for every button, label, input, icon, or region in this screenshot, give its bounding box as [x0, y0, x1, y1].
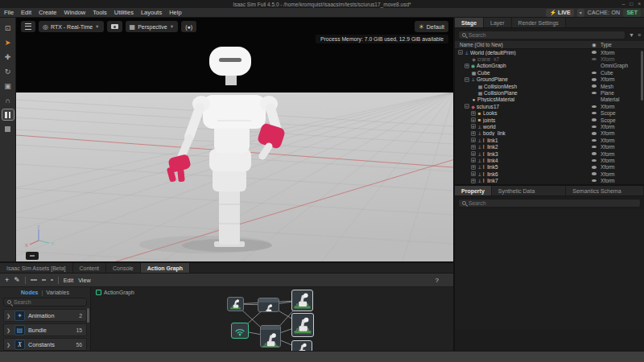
property-search-box[interactable]	[458, 199, 641, 208]
menu-window[interactable]: Window	[64, 9, 86, 16]
layout-icon[interactable]	[51, 279, 53, 281]
graph-node-b-robot-arm[interactable]	[258, 298, 279, 312]
stage-search-box[interactable]	[458, 31, 625, 39]
close-button[interactable]: ×	[638, 0, 641, 8]
stage-row-crane-x7[interactable]: ◆crane_x7Xform	[455, 56, 644, 62]
node-search-input[interactable]	[14, 299, 85, 305]
menu-create[interactable]: Create	[39, 9, 57, 16]
action-graph-canvas[interactable]: ActionGraph	[91, 287, 453, 351]
stage-row-l-link5[interactable]: +⊥l_link5Xform	[455, 164, 644, 171]
minimize-button[interactable]: –	[622, 0, 625, 8]
visibility-eye-icon[interactable]	[588, 159, 601, 162]
options-icon[interactable]: ≡	[638, 32, 641, 38]
property-search-input[interactable]	[469, 200, 637, 206]
node-search-box[interactable]	[3, 298, 87, 306]
camera-settings-button[interactable]	[107, 21, 122, 32]
layout-icon[interactable]	[42, 279, 46, 281]
graph-node-f-robot-arm[interactable]	[260, 325, 281, 348]
stage-row-cube[interactable]: ▦CubeCube	[455, 69, 644, 76]
visibility-eye-icon[interactable]	[588, 51, 601, 54]
stage-row-l-link4[interactable]: +⊥l_link4Xform	[455, 157, 644, 163]
visibility-eye-icon[interactable]	[588, 179, 601, 183]
menu-utilities[interactable]: Utilities	[114, 9, 134, 16]
visibility-eye-icon[interactable]	[588, 146, 601, 149]
menu-tools[interactable]: Tools	[93, 9, 107, 16]
stage-row-collisionplane[interactable]: ▦CollisionPlanePlane	[455, 89, 644, 96]
add-node-button[interactable]: +	[5, 276, 9, 284]
visibility-eye-icon[interactable]	[588, 112, 601, 115]
viewport-settings-button[interactable]	[21, 21, 35, 32]
column-type[interactable]: Type	[601, 42, 644, 47]
menu-help[interactable]: Help	[169, 9, 181, 16]
graph-node-a-robot-arm[interactable]	[227, 297, 244, 311]
node-list-scrollbar[interactable]	[87, 308, 89, 323]
node-category-bundle[interactable]: ❯▤Bundle15	[3, 323, 87, 336]
visibility-eye-icon[interactable]	[588, 152, 601, 155]
visibility-eye-icon[interactable]	[588, 105, 601, 109]
live-dropdown-caret-icon[interactable]: ▾	[577, 9, 584, 17]
stage-search-input[interactable]	[469, 32, 621, 38]
filter-icon[interactable]: ▼	[629, 32, 634, 38]
tab-variables[interactable]: Variables	[46, 290, 69, 295]
selection-mode-tool[interactable]: ⊡	[2, 23, 14, 33]
menu-edit[interactable]: Edit	[21, 9, 31, 16]
menu-file[interactable]: File	[4, 9, 14, 16]
visibility-eye-icon[interactable]	[588, 139, 601, 142]
camera-dropdown[interactable]: ▦ Perspective ▼	[126, 21, 179, 32]
tab-isaac-sim-assets-beta-[interactable]: Isaac Sim Assets [Beta]	[0, 263, 73, 273]
viewport-mini-toolbar-button[interactable]	[26, 252, 39, 260]
visibility-eye-icon[interactable]	[588, 166, 601, 169]
visibility-eye-icon[interactable]	[588, 78, 601, 81]
edit-pencil-icon[interactable]: ✎	[14, 276, 20, 284]
visibility-eye-icon[interactable]	[588, 58, 601, 61]
layout-icon[interactable]	[31, 279, 37, 281]
stage-row-l-link7[interactable]: +⊥l_link7Xform	[455, 177, 644, 183]
node-category-animation[interactable]: ❯✦Animation2	[3, 309, 87, 322]
help-button[interactable]: ?	[436, 277, 439, 284]
stage-row-l-link2[interactable]: +⊥l_link2Xform	[455, 143, 644, 150]
visibility-eye-icon[interactable]	[588, 132, 601, 135]
tab-stage[interactable]: Stage	[455, 18, 484, 27]
stop-button[interactable]	[2, 124, 14, 134]
rotate-tool[interactable]: ↻	[2, 66, 14, 76]
visibility-eye-icon[interactable]	[588, 72, 601, 75]
select-tool[interactable]: ➤	[2, 37, 14, 47]
graph-view-menu[interactable]: View	[78, 277, 90, 284]
tab-action-graph[interactable]: Action Graph	[141, 263, 190, 273]
stage-row-groundplane[interactable]: −⊥GroundPlaneXform	[455, 76, 644, 83]
stage-row-physicsmaterial[interactable]: ●PhysicsMaterialMaterial	[455, 97, 644, 103]
tab-render-settings[interactable]: Render Settings	[512, 18, 566, 27]
stage-row-world[interactable]: +⊥worldXform	[455, 123, 644, 130]
stage-row-collisionmesh[interactable]: ▦CollisionMeshMesh	[455, 83, 644, 89]
visibility-eye-icon[interactable]	[588, 125, 601, 129]
stage-row-actiongraph[interactable]: +◉ActionGraphOmniGraph	[455, 63, 644, 69]
graph-node-g-robot-arm[interactable]	[291, 340, 312, 351]
graph-edit-menu[interactable]: Edit	[64, 277, 73, 284]
visibility-eye-icon[interactable]	[588, 172, 601, 175]
stage-row-l-link3[interactable]: +⊥l_link3Xform	[455, 150, 644, 157]
visibility-eye-icon[interactable]	[588, 84, 601, 88]
menu-layouts[interactable]: Layouts	[141, 9, 162, 16]
stage-row-joints[interactable]: +■jointsScope	[455, 117, 644, 123]
renderer-dropdown[interactable]: ◎ RTX - Real-Time ▼	[39, 21, 104, 32]
move-tool[interactable]: ✚	[2, 51, 14, 62]
tab-semantics-schema-editor[interactable]: Semantics Schema Editor	[566, 186, 644, 195]
maximize-button[interactable]: □	[630, 0, 633, 8]
tab-layer[interactable]: Layer	[484, 18, 512, 27]
scale-tool[interactable]: ▣	[2, 80, 14, 91]
viewport-3d[interactable]: ◎ RTX - Real-Time ▼ ▦ Perspective ▼ (●) …	[16, 18, 453, 261]
graph-node-d-robot-arm[interactable]	[291, 313, 314, 337]
set-button[interactable]: SET	[623, 9, 641, 17]
lighting-mode-button[interactable]: ☀ Default	[415, 21, 448, 32]
stage-row-world-defaultprim-[interactable]: −⊥World (defaultPrim)Xform	[455, 49, 644, 56]
tab-synthetic-data-recorder[interactable]: Synthetic Data Recorder	[492, 186, 566, 195]
column-name[interactable]: Name (Old to New)	[455, 42, 588, 47]
live-button[interactable]: ⚡ LIVE	[546, 9, 573, 17]
stage-scrollbar[interactable]	[641, 51, 643, 101]
tab-property[interactable]: Property	[455, 186, 492, 195]
graph-node-c-robot-arm[interactable]	[291, 290, 313, 311]
stage-row-sciurus17[interactable]: −◆sciurus17Xform	[455, 103, 644, 109]
stage-row-body-link[interactable]: +⊥body_linkXform	[455, 130, 644, 137]
stage-row-l-link1[interactable]: +⊥l_link1Xform	[455, 137, 644, 143]
tab-content[interactable]: Content	[73, 263, 107, 273]
